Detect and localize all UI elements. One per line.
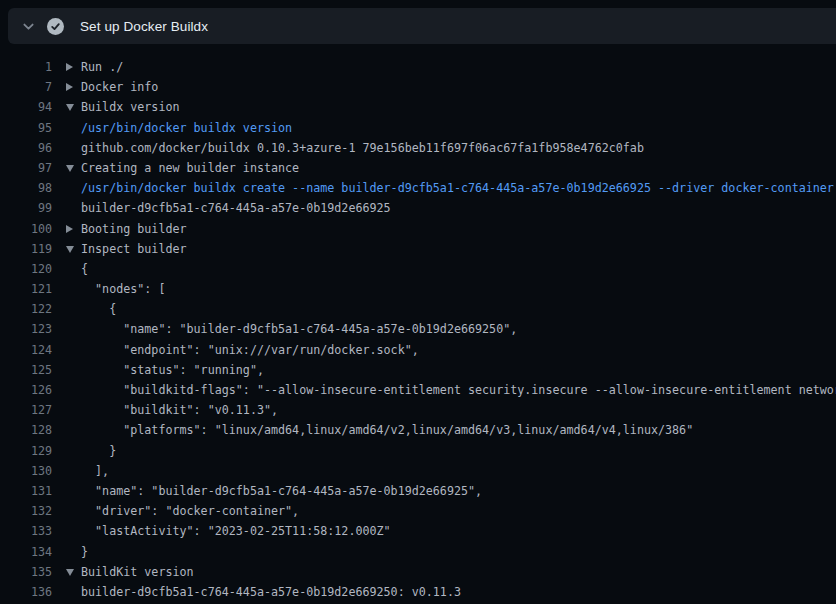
line-number[interactable]: 96 — [0, 138, 52, 158]
log-line: 123 "name": "builder-d9cfb5a1-c764-445a-… — [0, 319, 836, 339]
fold-gutter — [52, 158, 81, 178]
log-text: } — [81, 542, 88, 562]
log-text: Inspect builder — [81, 239, 187, 259]
log-line: 136builder-d9cfb5a1-c764-445a-a57e-0b19d… — [0, 582, 836, 602]
line-number[interactable]: 129 — [0, 441, 52, 461]
line-number[interactable]: 128 — [0, 420, 52, 440]
log-line: 131 "name": "builder-d9cfb5a1-c764-445a-… — [0, 481, 836, 501]
line-number[interactable]: 136 — [0, 582, 52, 602]
log-line: 95/usr/bin/docker buildx version — [0, 118, 836, 138]
fold-gutter — [52, 461, 81, 481]
triangle-right-icon[interactable] — [66, 225, 73, 233]
line-number[interactable]: 120 — [0, 259, 52, 279]
line-number[interactable]: 98 — [0, 178, 52, 198]
line-number[interactable]: 133 — [0, 521, 52, 541]
log-group-row[interactable]: 135BuildKit version — [0, 562, 836, 582]
log-line: 126 "buildkitd-flags": "--allow-insecure… — [0, 380, 836, 400]
line-number[interactable]: 124 — [0, 340, 52, 360]
line-number[interactable]: 125 — [0, 360, 52, 380]
log-command-text: /usr/bin/docker buildx create --name bui… — [81, 178, 834, 198]
log-text: { — [81, 299, 116, 319]
line-number[interactable]: 132 — [0, 501, 52, 521]
log-text: Run ./ — [81, 57, 123, 77]
triangle-right-icon[interactable] — [66, 83, 73, 91]
line-number[interactable]: 126 — [0, 380, 52, 400]
line-number[interactable]: 95 — [0, 118, 52, 138]
line-number[interactable]: 127 — [0, 400, 52, 420]
line-number[interactable]: 100 — [0, 219, 52, 239]
check-circle-icon — [47, 18, 64, 35]
log-text: "lastActivity": "2023-02-25T11:58:12.000… — [81, 521, 391, 541]
fold-gutter — [52, 380, 81, 400]
step-header[interactable]: Set up Docker Buildx — [8, 8, 836, 44]
line-number[interactable]: 122 — [0, 299, 52, 319]
fold-gutter — [52, 441, 81, 461]
log-text: BuildKit version — [81, 562, 194, 582]
fold-gutter — [52, 319, 81, 339]
log-group-row[interactable]: 7Docker info — [0, 77, 836, 97]
log-line: 129 } — [0, 441, 836, 461]
log-line: 127 "buildkit": "v0.11.3", — [0, 400, 836, 420]
log-line: 121 "nodes": [ — [0, 279, 836, 299]
line-number[interactable]: 97 — [0, 158, 52, 178]
log-text: } — [81, 441, 116, 461]
log-text: Booting builder — [81, 219, 187, 239]
fold-gutter — [52, 97, 81, 117]
log-text: Buildx version — [81, 97, 180, 117]
triangle-right-icon[interactable] — [66, 63, 73, 71]
log-line: 132 "driver": "docker-container", — [0, 501, 836, 521]
log-line: 125 "status": "running", — [0, 360, 836, 380]
fold-gutter — [52, 138, 81, 158]
fold-gutter — [52, 582, 81, 602]
log-group-row[interactable]: 1Run ./ — [0, 57, 836, 77]
line-number[interactable]: 134 — [0, 542, 52, 562]
fold-gutter — [52, 501, 81, 521]
log-text: "endpoint": "unix:///var/run/docker.sock… — [81, 340, 419, 360]
line-number[interactable]: 131 — [0, 481, 52, 501]
log-command-text: /usr/bin/docker buildx version — [81, 118, 292, 138]
fold-gutter — [52, 178, 81, 198]
fold-gutter — [52, 57, 81, 77]
line-number[interactable]: 99 — [0, 198, 52, 218]
line-number[interactable]: 119 — [0, 239, 52, 259]
line-number[interactable]: 1 — [0, 57, 52, 77]
log-lines: 1Run ./7Docker info94Buildx version95/us… — [0, 44, 836, 604]
triangle-down-icon[interactable] — [66, 165, 74, 172]
line-number[interactable]: 123 — [0, 319, 52, 339]
triangle-down-icon[interactable] — [66, 104, 74, 111]
triangle-down-icon[interactable] — [66, 246, 74, 253]
fold-gutter — [52, 239, 81, 259]
line-number[interactable]: 94 — [0, 97, 52, 117]
line-number[interactable]: 7 — [0, 77, 52, 97]
log-line: 128 "platforms": "linux/amd64,linux/amd6… — [0, 420, 836, 440]
log-group-row[interactable]: 119Inspect builder — [0, 239, 836, 259]
fold-gutter — [52, 259, 81, 279]
log-text: ], — [81, 461, 109, 481]
log-line: 122 { — [0, 299, 836, 319]
fold-gutter — [52, 360, 81, 380]
line-number[interactable]: 135 — [0, 562, 52, 582]
log-line: 96github.com/docker/buildx 0.10.3+azure-… — [0, 138, 836, 158]
line-number[interactable]: 130 — [0, 461, 52, 481]
log-text: "platforms": "linux/amd64,linux/amd64/v2… — [81, 420, 693, 440]
log-group-row[interactable]: 97Creating a new builder instance — [0, 158, 836, 178]
fold-gutter — [52, 340, 81, 360]
log-group-row[interactable]: 94Buildx version — [0, 97, 836, 117]
fold-gutter — [52, 400, 81, 420]
log-line: 99builder-d9cfb5a1-c764-445a-a57e-0b19d2… — [0, 198, 836, 218]
log-line: 134} — [0, 542, 836, 562]
fold-gutter — [52, 420, 81, 440]
chevron-down-icon[interactable] — [14, 20, 42, 33]
line-number[interactable]: 121 — [0, 279, 52, 299]
fold-gutter — [52, 118, 81, 138]
triangle-down-icon[interactable] — [66, 569, 74, 576]
fold-gutter — [52, 299, 81, 319]
log-line: 124 "endpoint": "unix:///var/run/docker.… — [0, 340, 836, 360]
log-group-row[interactable]: 100Booting builder — [0, 219, 836, 239]
log-line: 130 ], — [0, 461, 836, 481]
fold-gutter — [52, 198, 81, 218]
fold-gutter — [52, 481, 81, 501]
step-title: Set up Docker Buildx — [80, 19, 208, 34]
log-text: "status": "running", — [81, 360, 264, 380]
log-text: "nodes": [ — [81, 279, 165, 299]
